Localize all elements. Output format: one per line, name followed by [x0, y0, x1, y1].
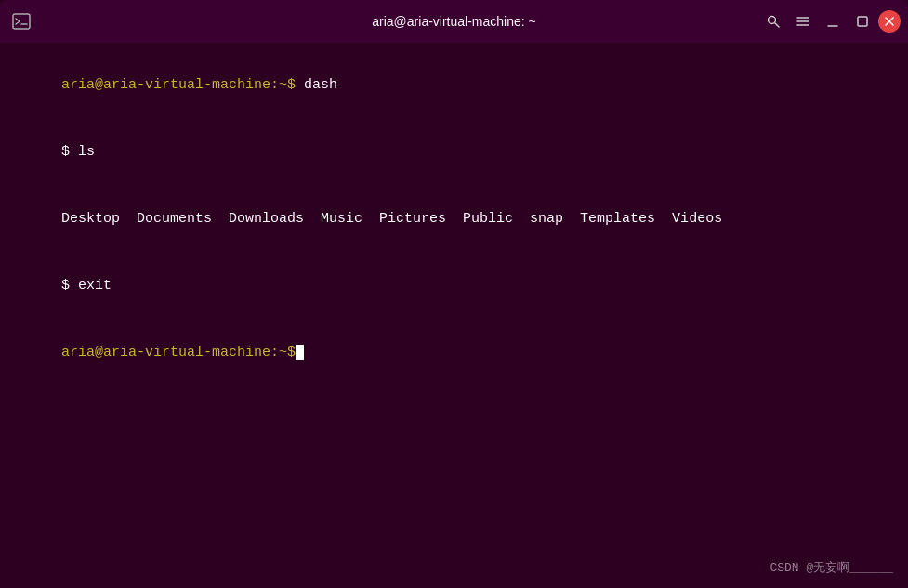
minimize-button[interactable] [819, 7, 847, 35]
cmd-exit: exit [70, 278, 112, 294]
svg-rect-8 [858, 17, 867, 26]
svg-line-3 [775, 23, 779, 27]
close-button[interactable] [878, 10, 901, 33]
svg-point-2 [769, 17, 776, 24]
terminal-line-3-dirs: Desktop Documents Downloads Music Pictur… [11, 186, 897, 253]
menu-button[interactable] [789, 7, 817, 35]
terminal-window: aria@aria-virtual-machine: ~ [0, 0, 908, 588]
prompt-user-5: aria@aria-virtual-machine:~$ [61, 345, 296, 360]
prompt-dollar-2: $ [61, 144, 70, 160]
terminal-line-1: aria@aria-virtual-machine:~$ dash [11, 52, 897, 119]
titlebar-left [7, 7, 35, 35]
terminal-body[interactable]: aria@aria-virtual-machine:~$ dash $ ls D… [0, 43, 908, 588]
terminal-icon [7, 7, 35, 35]
prompt-user-1: aria@aria-virtual-machine:~$ [61, 77, 296, 93]
window-controls [759, 7, 901, 35]
prompt-dollar-4: $ [61, 278, 70, 294]
terminal-line-4: $ exit [11, 253, 897, 320]
dir-list: Desktop Documents Downloads Music Pictur… [61, 211, 722, 227]
search-button[interactable] [759, 7, 787, 35]
cmd-dash: dash [296, 77, 337, 93]
terminal-line-5: aria@aria-virtual-machine:~$ [11, 320, 897, 386]
maximize-button[interactable] [849, 7, 876, 35]
cmd-ls: ls [70, 144, 95, 160]
terminal-line-2: $ ls [11, 119, 897, 186]
watermark: CSDN @无妄啊______ [770, 559, 893, 578]
titlebar: aria@aria-virtual-machine: ~ [0, 0, 908, 43]
svg-rect-0 [13, 14, 30, 29]
window-title: aria@aria-virtual-machine: ~ [372, 14, 535, 29]
cursor [296, 345, 304, 360]
